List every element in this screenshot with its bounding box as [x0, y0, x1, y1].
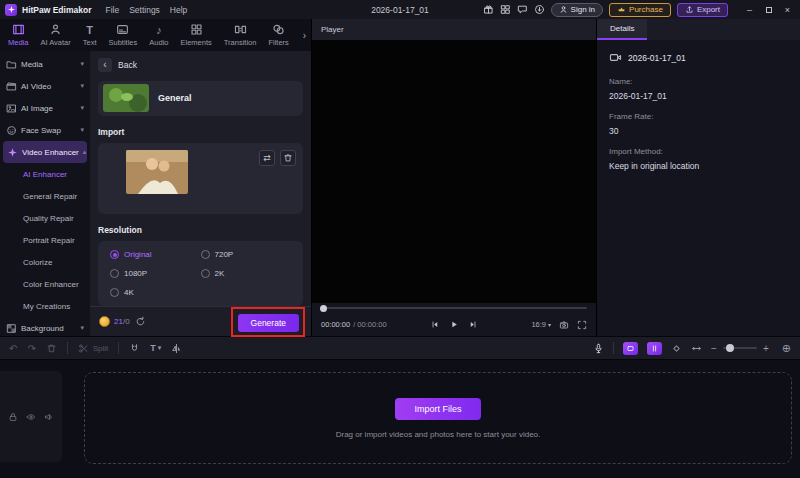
sidebar-subitem-portrait-repair[interactable]: Portrait Repair: [0, 229, 90, 251]
tab-audio-label: Audio: [149, 38, 168, 47]
sidebar-item-ai-image[interactable]: AI Image ▾: [0, 97, 90, 119]
name-label: Name:: [609, 77, 788, 86]
swap-icon: ⇄: [263, 153, 271, 163]
menu-file[interactable]: File: [105, 5, 119, 15]
seek-handle[interactable]: [320, 305, 327, 312]
sidebar-item-video-enhancer[interactable]: Video Enhancer ▴: [3, 141, 87, 163]
lock-track-icon[interactable]: [8, 412, 18, 422]
zoom-slider[interactable]: [723, 347, 757, 349]
toolkit-grid-icon[interactable]: [500, 4, 511, 15]
delete-media-button[interactable]: [280, 150, 296, 166]
zoom-in-button[interactable]: +: [763, 343, 769, 354]
ai-tool-b-button[interactable]: [647, 342, 662, 355]
tab-transition[interactable]: Transition: [218, 19, 263, 51]
fullscreen-button[interactable]: [577, 320, 587, 330]
back-label: Back: [118, 60, 137, 70]
media-drop-zone[interactable]: Import Files Drag or import videos and p…: [84, 372, 792, 464]
tabbar-scroll-right-icon[interactable]: ›: [298, 19, 311, 51]
aspect-ratio-selector[interactable]: 16:9 ▾: [531, 320, 551, 329]
sidebar-item-face-swap[interactable]: Face Swap ▾: [0, 119, 90, 141]
export-button[interactable]: Export: [677, 3, 728, 17]
voiceover-mic-button[interactable]: [593, 343, 604, 354]
tab-ai-avatar-label: AI Avatar: [40, 38, 70, 47]
sidebar-subitem-color-enhancer[interactable]: Color Enhancer: [0, 273, 90, 295]
purchase-button[interactable]: Purchase: [609, 3, 671, 17]
keyframe-diamond-icon: [671, 343, 682, 354]
tab-audio[interactable]: ♪ Audio: [143, 19, 174, 51]
fit-width-button[interactable]: [691, 343, 702, 354]
menu-settings[interactable]: Settings: [129, 5, 160, 15]
replace-media-button[interactable]: ⇄: [259, 150, 275, 166]
clip-title: 2026-01-17_01: [628, 53, 686, 63]
sidebar-subitem-ai-enhancer[interactable]: AI Enhancer: [0, 163, 90, 185]
trash-icon: [46, 343, 57, 354]
next-frame-button[interactable]: [469, 320, 478, 329]
tab-ai-avatar[interactable]: AI Avatar: [34, 19, 76, 51]
title-bar: HitPaw Edimakor File Settings Help 2026-…: [0, 0, 800, 19]
tab-elements[interactable]: Elements: [174, 19, 217, 51]
import-files-button[interactable]: Import Files: [395, 398, 480, 420]
previous-frame-button[interactable]: [431, 320, 440, 329]
imported-video-thumbnail[interactable]: [126, 150, 188, 194]
mirror-flip-button[interactable]: [171, 343, 182, 354]
resolution-option-1080p[interactable]: 1080P: [110, 269, 201, 278]
sidebar-subitem-colorize[interactable]: Colorize: [0, 251, 90, 273]
close-button[interactable]: ×: [780, 3, 795, 17]
mute-track-speaker-icon[interactable]: [44, 412, 54, 422]
sidebar-item-label: Face Swap: [21, 126, 61, 135]
quick-text-button[interactable]: T ▾: [150, 343, 161, 353]
snapshot-button[interactable]: [559, 320, 569, 330]
feedback-chat-icon[interactable]: [517, 4, 528, 15]
gift-icon[interactable]: [483, 4, 494, 15]
seek-track[interactable]: [321, 307, 587, 309]
keyframe-button[interactable]: [671, 343, 682, 354]
tab-text[interactable]: T Text: [77, 19, 103, 51]
minimize-button[interactable]: –: [742, 3, 757, 17]
resolution-label: 4K: [124, 288, 134, 297]
fit-timeline-button[interactable]: ⊕: [782, 342, 791, 355]
split-button[interactable]: Split: [78, 343, 109, 354]
tab-subtitles[interactable]: Subtitles: [103, 19, 144, 51]
menu-help[interactable]: Help: [170, 5, 187, 15]
maximize-button[interactable]: [761, 3, 776, 17]
video-preview[interactable]: [312, 40, 596, 303]
redo-button[interactable]: ↷: [27, 343, 35, 354]
back-button[interactable]: ‹: [98, 58, 112, 72]
resolution-label: Original: [124, 250, 152, 259]
ai-tool-a-button[interactable]: [623, 342, 638, 355]
sidebar-item-background[interactable]: Background ▾: [0, 317, 90, 336]
hide-track-eye-icon[interactable]: [26, 412, 36, 422]
audio-note-icon: ♪: [152, 23, 165, 36]
tab-details[interactable]: Details: [597, 19, 647, 40]
generate-button[interactable]: Generate: [238, 314, 299, 332]
resolution-option-original[interactable]: Original: [110, 250, 201, 259]
sidebar-subitem-quality-repair[interactable]: Quality Repair: [0, 207, 90, 229]
undo-button[interactable]: ↶: [9, 343, 17, 354]
toolbar-divider: [613, 342, 614, 354]
delete-button[interactable]: [46, 343, 57, 354]
snap-magnet-button[interactable]: [129, 343, 140, 354]
frame-rate-value: 30: [609, 126, 788, 136]
resolution-option-4k[interactable]: 4K: [110, 288, 201, 297]
refresh-credits-icon[interactable]: [135, 316, 146, 327]
sidebar-subitem-general-repair[interactable]: General Repair: [0, 185, 90, 207]
sidebar-subitem-my-creations[interactable]: My Creations: [0, 295, 90, 317]
play-button[interactable]: [450, 320, 459, 329]
sign-in-button[interactable]: Sign in: [551, 3, 603, 17]
resolution-option-2k[interactable]: 2K: [201, 269, 292, 278]
zoom-out-button[interactable]: −: [711, 343, 717, 354]
sidebar-item-label: Background: [21, 324, 64, 333]
sidebar-item-ai-video[interactable]: AI Video ▾: [0, 75, 90, 97]
sidebar-item-media[interactable]: Media ▾: [0, 53, 90, 75]
radio-icon: [110, 288, 119, 297]
model-card[interactable]: General: [98, 81, 303, 116]
ai-tool-a-icon: [626, 344, 635, 353]
seek-bar[interactable]: [312, 303, 596, 313]
tab-filters[interactable]: Filters: [262, 19, 294, 51]
zoom-slider-thumb[interactable]: [726, 344, 734, 352]
download-icon[interactable]: [534, 4, 545, 15]
timeline-zoom-control: − +: [711, 343, 769, 354]
radio-icon: [110, 269, 119, 278]
tab-media[interactable]: Media: [2, 19, 34, 51]
resolution-option-720p[interactable]: 720P: [201, 250, 292, 259]
